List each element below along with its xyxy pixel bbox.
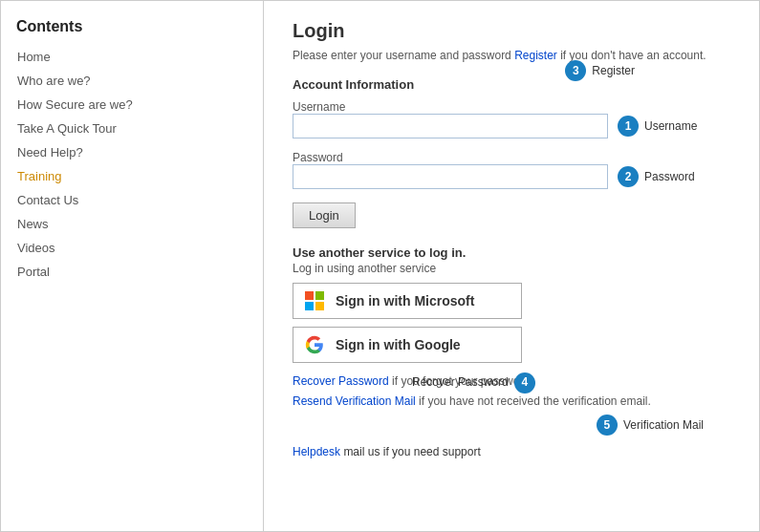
sidebar-link-portal[interactable]: Portal [17, 265, 50, 279]
sidebar-link-tour[interactable]: Take A Quick Tour [17, 121, 117, 136]
register-link[interactable]: Register [514, 49, 557, 62]
microsoft-icon [305, 291, 324, 310]
password-input[interactable] [293, 164, 608, 189]
badge-2-label: Password [644, 170, 695, 183]
badge-5: 5 [597, 415, 618, 436]
subtitle-pre: Please enter your username and password [293, 49, 511, 62]
sidebar-item-videos[interactable]: Videos [1, 236, 263, 260]
recover-annotation-label: Recover Password [412, 373, 509, 392]
password-label: Password [293, 151, 343, 164]
sidebar-link-training[interactable]: Training [17, 169, 61, 183]
alt-service-title: Use another service to log in. [293, 245, 730, 260]
google-icon [305, 335, 324, 354]
sidebar-link-home[interactable]: Home [17, 50, 51, 64]
sidebar-link-who[interactable]: Who are we? [17, 74, 91, 88]
sidebar-item-tour[interactable]: Take A Quick Tour [1, 117, 263, 140]
register-annotation: 3 Register [565, 60, 635, 81]
username-label: Username [293, 100, 345, 114]
sidebar-item-home[interactable]: Home [1, 45, 263, 69]
sidebar-link-news[interactable]: News [17, 217, 49, 231]
sidebar-item-portal[interactable]: Portal [1, 260, 263, 284]
sidebar-item-contact[interactable]: Contact Us [1, 188, 263, 212]
recover-password-link[interactable]: Recover Password [293, 374, 389, 388]
sidebar-item-news[interactable]: News [1, 212, 263, 236]
helpdesk-link[interactable]: Helpdesk [293, 445, 340, 458]
username-row: 1 Username [293, 114, 730, 138]
sidebar-item-training[interactable]: Training [1, 164, 263, 188]
resend-row: Resend Verification Mail if you have not… [293, 393, 651, 411]
sidebar-link-contact[interactable]: Contact Us [17, 193, 78, 207]
sidebar-title: Contents [1, 11, 263, 45]
username-input[interactable] [293, 114, 608, 138]
resend-verification-link[interactable]: Resend Verification Mail [293, 394, 416, 408]
badge-3-label: Register [592, 64, 635, 77]
login-subtitle: Please enter your username and password … [293, 48, 730, 64]
badge-1: 1 [618, 116, 639, 137]
badge-5-label: Verification Mail [623, 416, 704, 435]
alt-service-sub: Log in using another service [293, 262, 730, 275]
sidebar-link-help[interactable]: Need Help? [17, 145, 83, 160]
sidebar: Contents Home Who are we? How Secure are… [1, 1, 264, 531]
main-content: Login Please enter your username and pas… [264, 1, 759, 531]
login-button[interactable]: Login [293, 202, 356, 228]
sidebar-item-help[interactable]: Need Help? [1, 140, 263, 164]
account-info-label: Account Information [293, 77, 730, 92]
page-title: Login [293, 20, 730, 42]
recover-annotation-row: Recover Password if you forgot your pass… [293, 372, 730, 411]
helpdesk-text: mail us if you need support [343, 445, 480, 458]
sidebar-item-who[interactable]: Who are we? [1, 69, 263, 93]
badge-1-label: Username [644, 119, 697, 133]
password-annotation: 2 Password [618, 166, 695, 187]
verification-annotation: 5 Verification Mail [293, 415, 704, 436]
badge-4: 4 [514, 372, 535, 394]
password-row: 2 Password [293, 164, 730, 189]
microsoft-signin-button[interactable]: Sign in with Microsoft [293, 283, 522, 319]
badge-2: 2 [618, 166, 639, 187]
sidebar-item-secure[interactable]: How Secure are we? [1, 93, 263, 117]
microsoft-button-label: Sign in with Microsoft [336, 293, 474, 309]
recover-left-annotation: Recover Password 4 [412, 372, 535, 394]
sidebar-link-secure[interactable]: How Secure are we? [17, 97, 133, 112]
sidebar-link-videos[interactable]: Videos [17, 241, 55, 255]
helpdesk-section: Helpdesk mail us if you need support [293, 445, 730, 458]
sidebar-nav: Home Who are we? How Secure are we? Take… [1, 45, 263, 284]
google-signin-button[interactable]: Sign in with Google [293, 327, 522, 363]
badge-3: 3 [565, 60, 586, 81]
recover-section: Recover Password if you forgot your pass… [293, 372, 730, 436]
resend-text: if you have not received the verificatio… [419, 394, 651, 408]
google-button-label: Sign in with Google [336, 337, 461, 352]
username-annotation: 1 Username [618, 116, 697, 137]
